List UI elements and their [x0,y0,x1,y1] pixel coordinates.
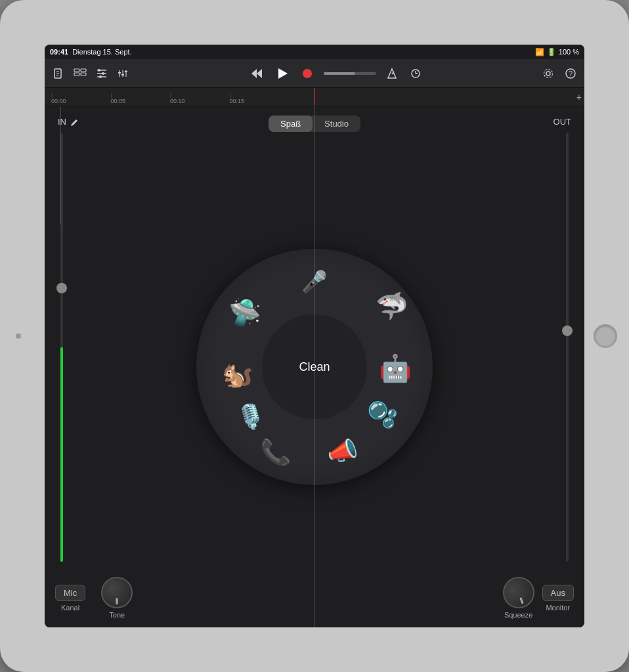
voice-megaphone[interactable]: 📣 [321,430,363,472]
status-date: Dienstag 15. Sept. [72,48,132,56]
wheel-center[interactable]: Clean [262,314,367,419]
pencil-icon [70,117,79,127]
svg-point-23 [303,69,312,78]
toolbar-center [134,65,537,82]
tab-studio[interactable]: Studio [313,116,360,132]
squeeze-knob[interactable] [498,572,539,613]
in-label: IN [58,117,79,127]
tracks-button[interactable] [71,66,89,81]
battery-level: 100 % [559,48,579,56]
rewind-button[interactable] [248,65,266,82]
status-bar: 09:41 Dienstag 15. Sept. 📶 🔋 100 % [45,45,584,59]
ruler-mark-1: 00:05 [111,93,126,104]
voice-bubble[interactable]: 🫧 [361,394,403,436]
voice-telephone[interactable]: 📞 [254,431,296,473]
toolbar-right: ? [540,65,579,82]
tab-spass[interactable]: Spaß [269,116,313,132]
mode-tabs: Spaß Studio [269,116,360,132]
tone-knob[interactable] [101,577,133,608]
monitor-group: Aus Monitor [542,585,574,612]
voice-monster[interactable]: 🦈 [371,285,413,327]
status-right: 📶 🔋 100 % [535,48,579,56]
play-button[interactable] [274,65,291,82]
monitor-label: Monitor [546,604,570,612]
channel-label: Kanal [61,604,79,612]
wifi-icon: 📶 [535,48,544,56]
eq-button[interactable] [114,65,131,82]
in-slider[interactable] [60,133,63,562]
svg-point-11 [98,69,100,72]
home-button[interactable] [594,324,617,348]
svg-rect-4 [74,69,79,72]
timeline[interactable]: 00:00 00:05 00:10 00:15 + [45,88,584,106]
mixer-button[interactable] [93,66,110,81]
out-text: OUT [553,117,571,127]
document-button[interactable] [50,65,67,82]
in-slider-thumb[interactable] [56,283,67,293]
toolbar: ? [45,59,584,88]
channel-group: Mic Kanal [55,585,85,612]
squeeze-knob-group: Squeeze [503,577,534,619]
squeeze-label: Squeeze [504,611,532,619]
out-slider-thumb[interactable] [562,326,573,336]
out-label: OUT [553,117,571,127]
timeline-playhead [314,88,315,106]
svg-point-12 [102,72,104,75]
status-left: 09:41 Dienstag 15. Sept. [50,48,132,56]
ruler-mark-0: 00:00 [51,93,66,104]
status-time: 09:41 [50,48,68,56]
metronome-button[interactable] [384,65,400,82]
voice-wheel[interactable]: 🎤 🛸 🦈 🐿️ 🤖 🎙️ 🫧 📞 📣 [196,249,433,485]
voice-squirrel[interactable]: 🐿️ [216,354,258,396]
toolbar-left [50,65,131,82]
svg-rect-7 [81,73,86,75]
record-button[interactable] [299,65,316,82]
volume-slider[interactable] [324,72,376,75]
squeeze-knob-indicator [519,597,523,604]
timeline-add-button[interactable]: + [576,92,582,102]
svg-text:?: ? [569,70,573,77]
in-slider-fill [60,347,63,562]
ipad-frame: 09:41 Dienstag 15. Sept. 📶 🔋 100 % [0,0,629,672]
ruler-mark-2: 00:10 [170,93,185,104]
ipad-screen: 09:41 Dienstag 15. Sept. 📶 🔋 100 % [45,45,584,627]
svg-point-30 [544,69,553,77]
svg-rect-5 [74,73,79,75]
out-slider[interactable] [566,133,569,562]
count-in-button[interactable] [408,66,423,81]
voice-microphone[interactable]: 🎤 [293,261,336,303]
tone-knob-indicator [116,598,118,604]
wheel-outer: 🎤 🛸 🦈 🐿️ 🤖 🎙️ 🫧 📞 📣 [196,249,433,485]
monitor-button[interactable]: Aus [542,585,574,601]
settings-button[interactable] [540,65,557,82]
camera [16,333,21,339]
battery-icon: 🔋 [547,48,556,56]
tone-knob-group: Tone [101,577,133,619]
voice-robot[interactable]: 🤖 [374,347,416,389]
channel-button[interactable]: Mic [55,585,85,601]
in-text: IN [58,117,66,127]
svg-marker-20 [251,69,257,78]
ruler-mark-3: 00:15 [230,93,245,104]
voice-alien[interactable]: 🛸 [224,291,266,333]
svg-rect-6 [81,69,86,72]
svg-point-13 [99,75,102,78]
svg-marker-21 [257,69,262,78]
svg-marker-22 [278,68,288,79]
svg-point-29 [546,72,550,75]
main-content: IN OUT Spaß Studio [45,106,584,627]
tone-label: Tone [109,611,125,619]
bottom-controls: Mic Kanal Tone Squeeze [45,568,584,627]
help-button[interactable]: ? [562,65,579,82]
wheel-center-label: Clean [299,360,330,374]
